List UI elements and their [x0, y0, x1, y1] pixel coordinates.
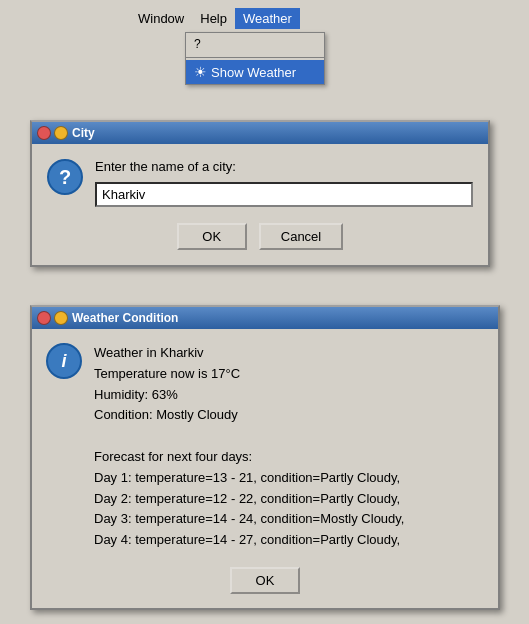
weather-line-0: Weather in Kharkiv [94, 343, 484, 364]
weather-row: i Weather in Kharkiv Temperature now is … [46, 343, 484, 551]
weather-line-8: Day 3: temperature=14 - 24, condition=Mo… [94, 509, 484, 530]
menu-help[interactable]: Help [192, 8, 235, 29]
weather-line-2: Humidity: 63% [94, 385, 484, 406]
weather-line-6: Day 1: temperature=13 - 21, condition=Pa… [94, 468, 484, 489]
menu-bar: Window Help Weather ? ☀ Show Weather [130, 8, 300, 29]
show-weather-label: Show Weather [211, 65, 296, 80]
dropdown-help[interactable]: ? [186, 33, 324, 55]
city-title-bar: City [32, 122, 488, 144]
weather-text-block: Weather in Kharkiv Temperature now is 17… [94, 343, 484, 551]
question-icon: ? [47, 159, 83, 195]
city-input[interactable] [95, 182, 473, 207]
minimize-button[interactable] [54, 126, 68, 140]
weather-ok-button[interactable]: OK [230, 567, 300, 594]
dropdown-separator [186, 57, 324, 58]
weather-line-4 [94, 426, 484, 447]
close-button[interactable] [37, 126, 51, 140]
menu-items: Window Help Weather [130, 8, 300, 29]
weather-close-button[interactable] [37, 311, 51, 325]
city-dialog-content: ? Enter the name of a city: OK Cancel [32, 144, 488, 265]
title-bar-buttons [37, 126, 68, 140]
weather-title-bar-buttons [37, 311, 68, 325]
weather-content: i Weather in Kharkiv Temperature now is … [32, 329, 498, 608]
weather-title-bar: Weather Condition [32, 307, 498, 329]
weather-line-7: Day 2: temperature=12 - 22, condition=Pa… [94, 489, 484, 510]
weather-line-9: Day 4: temperature=14 - 27, condition=Pa… [94, 530, 484, 551]
dropdown-show-weather[interactable]: ☀ Show Weather [186, 60, 324, 84]
weather-line-3: Condition: Mostly Cloudy [94, 405, 484, 426]
weather-line-5: Forecast for next four days: [94, 447, 484, 468]
city-dialog-label: Enter the name of a city: [95, 159, 473, 174]
city-dialog: City ? Enter the name of a city: OK Canc… [30, 120, 490, 267]
city-cancel-button[interactable]: Cancel [259, 223, 343, 250]
weather-title-text: Weather Condition [72, 311, 493, 325]
city-dialog-row: ? Enter the name of a city: [47, 159, 473, 207]
weather-dialog: Weather Condition i Weather in Kharkiv T… [30, 305, 500, 610]
weather-line-1: Temperature now is 17°C [94, 364, 484, 385]
info-icon: i [46, 343, 82, 379]
menu-window[interactable]: Window [130, 8, 192, 29]
city-ok-button[interactable]: OK [177, 223, 247, 250]
dropdown-menu: ? ☀ Show Weather [185, 32, 325, 85]
help-icon: ? [194, 37, 201, 51]
menu-weather[interactable]: Weather [235, 8, 300, 29]
sun-icon: ☀ [194, 64, 207, 80]
city-dialog-inner: Enter the name of a city: [95, 159, 473, 207]
city-title-text: City [72, 126, 483, 140]
city-dialog-buttons: OK Cancel [47, 223, 473, 250]
weather-minimize-button[interactable] [54, 311, 68, 325]
weather-btn-row: OK [46, 567, 484, 594]
